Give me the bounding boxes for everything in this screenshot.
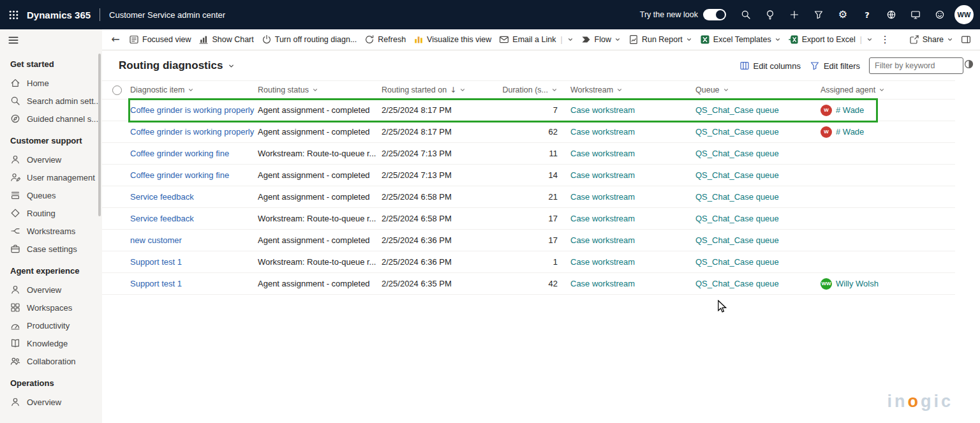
- workstream-link[interactable]: Case workstream: [570, 214, 635, 223]
- quick-create-icon[interactable]: [782, 0, 806, 29]
- column-header-queue[interactable]: Queue: [695, 85, 820, 94]
- waffle-menu-icon[interactable]: [0, 0, 27, 29]
- column-header-workstream[interactable]: Workstream: [560, 85, 695, 94]
- globe-icon[interactable]: [879, 0, 903, 29]
- table-row[interactable]: Coffee grinder is working properlyAgent …: [102, 100, 955, 121]
- diagnostic-item-link[interactable]: new customer: [130, 235, 182, 245]
- command-turn-off-routing-diagn[interactable]: Turn off routing diagn...: [258, 31, 361, 48]
- select-all-checkbox[interactable]: [112, 85, 122, 95]
- table-row[interactable]: Support test 1Workstream: Route-to-queue…: [102, 251, 955, 273]
- table-row[interactable]: new customerAgent assignment - completed…: [102, 230, 955, 251]
- funnel-icon: [810, 61, 820, 71]
- command-refresh[interactable]: Refresh: [360, 31, 410, 48]
- table-row[interactable]: Service feedbackWorkstream: Route-to-que…: [102, 208, 955, 230]
- edit-columns-button[interactable]: Edit columns: [739, 61, 801, 71]
- sidebar-item-workspaces[interactable]: Workspaces: [0, 299, 102, 316]
- sidebar-item-workstreams[interactable]: Workstreams: [0, 222, 102, 240]
- sidebar-item-routing[interactable]: Routing: [0, 204, 102, 222]
- workstream-link[interactable]: Case workstream: [570, 279, 635, 288]
- sidebar-item-overview[interactable]: Overview: [0, 393, 102, 411]
- side-pane-toggle-icon[interactable]: [963, 59, 974, 71]
- sidebar-scrollbar[interactable]: [98, 54, 101, 216]
- new-look-toggle[interactable]: [703, 9, 726, 20]
- diagnostic-item-link[interactable]: Support test 1: [130, 279, 182, 288]
- sidebar-item-queues[interactable]: Queues: [0, 186, 102, 204]
- sidebar-item-home[interactable]: Home: [0, 74, 102, 92]
- hamburger-menu-icon[interactable]: [0, 29, 29, 51]
- advanced-filter-icon[interactable]: [806, 0, 831, 29]
- command-show-chart[interactable]: Show Chart: [195, 31, 257, 48]
- diagnostic-item-link[interactable]: Coffee grinder working fine: [130, 170, 229, 180]
- help-icon[interactable]: ?: [855, 0, 879, 29]
- sidebar-item-collaboration[interactable]: Collaboration: [0, 352, 102, 370]
- command-excel-templates[interactable]: Excel Templates: [696, 31, 785, 48]
- queue-link[interactable]: QS_Chat_Case queue: [695, 257, 779, 267]
- app-name[interactable]: Customer Service admin center: [109, 10, 225, 20]
- sidebar-item-overview[interactable]: Overview: [0, 281, 102, 299]
- view-selector[interactable]: Routing diagnostics: [119, 59, 235, 72]
- feedback-icon[interactable]: [928, 0, 952, 29]
- workstream-link[interactable]: Case workstream: [570, 127, 635, 137]
- queue-link[interactable]: QS_Chat_Case queue: [695, 105, 779, 115]
- column-header-routing-started-on[interactable]: Routing started on↓: [382, 85, 484, 94]
- table-row[interactable]: Coffee grinder working fineAgent assignm…: [102, 165, 955, 186]
- settings-gear-icon[interactable]: ⚙: [831, 0, 855, 29]
- diagnostic-item-link[interactable]: Service feedback: [130, 214, 194, 223]
- command-export-to-excel-dropdown[interactable]: [863, 31, 877, 48]
- agent-link[interactable]: # Wade: [836, 105, 864, 115]
- command-flow[interactable]: Flow: [577, 31, 625, 48]
- filter-keyword-input[interactable]: [869, 57, 963, 74]
- table-row[interactable]: Coffee grinder working fineWorkstream: R…: [102, 143, 955, 165]
- sidebar-item-user-management[interactable]: User management: [0, 168, 102, 186]
- workstream-link[interactable]: Case workstream: [570, 192, 635, 202]
- column-header-routing-status[interactable]: Routing status: [258, 85, 382, 94]
- diagnostic-item-link[interactable]: Coffee grinder is working properly: [130, 127, 254, 137]
- column-header-assigned-agent[interactable]: Assigned agent: [820, 85, 955, 94]
- devices-icon[interactable]: [903, 0, 928, 29]
- diagnostic-item-link[interactable]: Service feedback: [130, 192, 194, 202]
- lightbulb-icon[interactable]: [758, 0, 782, 29]
- agent-link[interactable]: # Wade: [836, 127, 864, 137]
- sidebar-item-search-admin-sett[interactable]: Search admin sett...: [0, 92, 102, 110]
- command-focused-view[interactable]: Focused view: [125, 31, 195, 48]
- command-visualize-this-view[interactable]: Visualize this view: [410, 31, 495, 48]
- table-row[interactable]: Service feedbackAgent assignment - compl…: [102, 186, 955, 208]
- queue-link[interactable]: QS_Chat_Case queue: [695, 235, 779, 245]
- edit-filters-button[interactable]: Edit filters: [810, 61, 860, 71]
- queue-link[interactable]: QS_Chat_Case queue: [695, 149, 779, 158]
- column-header-diagnostic-item[interactable]: Diagnostic item: [130, 85, 258, 94]
- diagnostic-item-link[interactable]: Support test 1: [130, 257, 182, 267]
- sidebar-item-knowledge[interactable]: Knowledge: [0, 334, 102, 352]
- command-email-a-link[interactable]: Email a Link: [495, 31, 560, 48]
- queue-link[interactable]: QS_Chat_Case queue: [695, 214, 779, 223]
- search-icon: [10, 96, 20, 106]
- diagnostic-item-link[interactable]: Coffee grinder is working properly: [130, 105, 254, 115]
- sidebar-item-case-settings[interactable]: Case settings: [0, 240, 102, 258]
- table-row[interactable]: Coffee grinder is working properlyAgent …: [102, 121, 955, 143]
- queue-link[interactable]: QS_Chat_Case queue: [695, 127, 779, 137]
- agent-link[interactable]: Willy Wolsh: [836, 279, 879, 288]
- diagnostic-item-link[interactable]: Coffee grinder working fine: [130, 149, 229, 158]
- back-button[interactable]: ←: [106, 31, 125, 48]
- user-avatar[interactable]: WW: [954, 5, 974, 24]
- overflow-menu-button[interactable]: ⋮: [877, 31, 894, 48]
- workstream-link[interactable]: Case workstream: [570, 170, 635, 180]
- workstream-link[interactable]: Case workstream: [570, 105, 635, 115]
- queue-link[interactable]: QS_Chat_Case queue: [695, 279, 779, 288]
- command-email-a-link-dropdown[interactable]: [563, 31, 577, 48]
- sidebar-item-guided-channel-s[interactable]: Guided channel s...: [0, 110, 102, 128]
- command-run-report[interactable]: Run Report: [625, 31, 696, 48]
- table-row[interactable]: Support test 1Agent assignment - complet…: [102, 273, 955, 295]
- sidebar-item-productivity[interactable]: Productivity: [0, 316, 102, 334]
- sidebar-item-overview[interactable]: Overview: [0, 151, 102, 168]
- queue-link[interactable]: QS_Chat_Case queue: [695, 170, 779, 180]
- column-header-duration-s[interactable]: Duration (s...: [484, 85, 560, 94]
- share-button[interactable]: Share: [905, 31, 957, 48]
- workstream-link[interactable]: Case workstream: [570, 149, 635, 158]
- workstream-link[interactable]: Case workstream: [570, 235, 635, 245]
- command-export-to-excel[interactable]: Export to Excel: [785, 31, 859, 48]
- present-screen-button[interactable]: [957, 31, 975, 48]
- queue-link[interactable]: QS_Chat_Case queue: [695, 192, 779, 202]
- search-icon[interactable]: [734, 0, 758, 29]
- workstream-link[interactable]: Case workstream: [570, 257, 635, 267]
